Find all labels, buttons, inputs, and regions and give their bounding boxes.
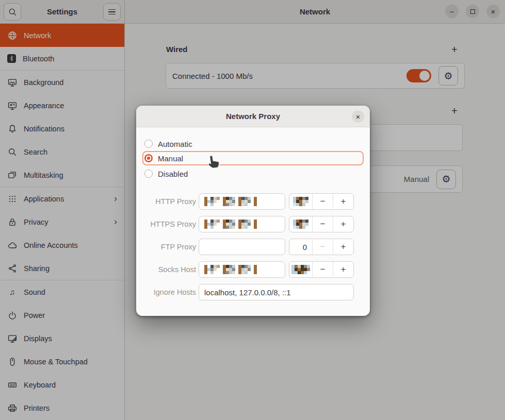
radio-icon bbox=[144, 170, 153, 178]
close-icon: × bbox=[356, 112, 361, 121]
radio-checked-icon bbox=[144, 154, 153, 162]
http-proxy-port-spinner[interactable]: − + bbox=[289, 193, 354, 210]
radio-icon bbox=[144, 140, 153, 148]
radio-row-automatic[interactable]: Automatic bbox=[144, 137, 362, 150]
radio-label: Disabled bbox=[158, 170, 188, 178]
spin-minus-button[interactable]: − bbox=[312, 194, 333, 209]
https-proxy-label: HTTPS Proxy bbox=[138, 216, 196, 232]
socks-host-label: Socks Host bbox=[138, 261, 196, 278]
dialog-body: Automatic Manual Disabled HTTP Proxy − + bbox=[136, 127, 370, 316]
dialog-title: Network Proxy bbox=[226, 112, 280, 121]
dialog-headerbar: Network Proxy × bbox=[136, 106, 370, 127]
radio-label: Automatic bbox=[158, 140, 192, 148]
ignore-hosts-value: localhost, 127.0.0.0/8, ::1 bbox=[204, 288, 291, 297]
redacted-host-value bbox=[204, 265, 257, 274]
https-proxy-host-input[interactable] bbox=[199, 216, 285, 232]
http-proxy-host-input[interactable] bbox=[199, 193, 285, 210]
ftp-proxy-port-spinner[interactable]: 0 − + bbox=[289, 239, 354, 255]
spin-plus-button[interactable]: + bbox=[333, 239, 353, 255]
spin-minus-button[interactable]: − bbox=[312, 239, 333, 255]
socks-port-spinner[interactable]: − + bbox=[289, 261, 354, 278]
spin-plus-button[interactable]: + bbox=[333, 194, 353, 209]
dialog-close-button[interactable]: × bbox=[352, 110, 364, 123]
socks-host-input[interactable] bbox=[199, 261, 285, 278]
ftp-port-value: 0 bbox=[289, 239, 312, 255]
settings-window: Settings Network − × NetworkBluetoothBac… bbox=[0, 0, 505, 420]
radio-label: Manual bbox=[158, 154, 183, 163]
radio-row-manual[interactable]: Manual bbox=[142, 151, 364, 165]
redacted-port-value bbox=[293, 197, 308, 206]
hand-cursor-icon bbox=[206, 153, 221, 170]
https-proxy-port-spinner[interactable]: − + bbox=[289, 216, 354, 232]
spin-minus-button[interactable]: − bbox=[312, 262, 333, 277]
spin-plus-button[interactable]: + bbox=[333, 262, 353, 277]
network-proxy-dialog: Network Proxy × Automatic Manual Disable… bbox=[136, 106, 370, 316]
radio-row-disabled[interactable]: Disabled bbox=[144, 167, 362, 180]
redacted-host-value bbox=[204, 220, 257, 229]
redacted-host-value bbox=[204, 197, 257, 206]
redacted-port-value bbox=[291, 265, 310, 274]
ftp-proxy-host-input[interactable] bbox=[199, 239, 285, 255]
http-proxy-label: HTTP Proxy bbox=[138, 193, 196, 210]
spin-plus-button[interactable]: + bbox=[333, 216, 353, 232]
ignore-hosts-input[interactable]: localhost, 127.0.0.0/8, ::1 bbox=[199, 284, 354, 300]
ignore-hosts-label: Ignore Hosts bbox=[138, 284, 196, 300]
redacted-port-value bbox=[293, 220, 308, 229]
ftp-proxy-label: FTP Proxy bbox=[138, 239, 196, 255]
spin-minus-button[interactable]: − bbox=[312, 216, 333, 232]
